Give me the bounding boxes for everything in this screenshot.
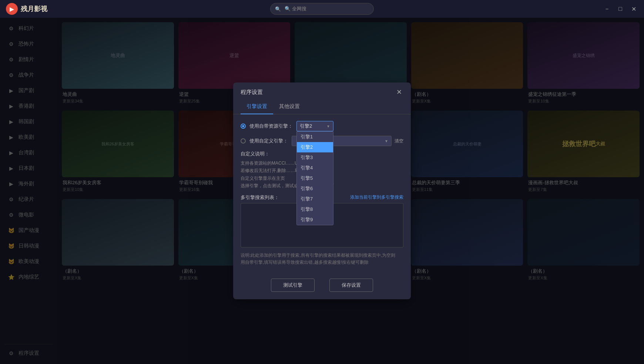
engine-dropdown-list: 引擎1 引擎2 引擎3 引擎4 引擎5 引擎6 引擎7 引擎8 引擎9 bbox=[296, 131, 333, 225]
dropdown-item-engine5[interactable]: 引擎5 bbox=[297, 173, 333, 183]
modal-overlay: 程序设置 ✕ 引擎设置 其他设置 使用自带资源引擎： 引擎2 ▼ 引擎1 bbox=[0, 18, 644, 364]
dropdown-item-engine3[interactable]: 引擎3 bbox=[297, 152, 333, 163]
multi-desc-line-2: 用自带引擎,填写错误将导致搜索出错,越多搜索越慢!按右键可删除 bbox=[241, 259, 403, 266]
settings-dialog: 程序设置 ✕ 引擎设置 其他设置 使用自带资源引擎： 引擎2 ▼ 引擎1 bbox=[233, 82, 411, 299]
dialog-close-button[interactable]: ✕ bbox=[395, 88, 403, 97]
dropdown-item-engine7[interactable]: 引擎7 bbox=[297, 194, 333, 204]
title-bar: ▶ 残月影视 🔍 🔍 全网搜 － □ ✕ bbox=[0, 0, 644, 18]
custom-chevron-icon: ▼ bbox=[385, 139, 388, 143]
dialog-footer: 测试引擎 保存设置 bbox=[233, 273, 411, 299]
maximize-button[interactable]: □ bbox=[616, 4, 625, 13]
dropdown-item-engine4[interactable]: 引擎4 bbox=[297, 163, 333, 173]
search-icon: 🔍 bbox=[275, 6, 281, 12]
dropdown-item-engine8[interactable]: 引擎8 bbox=[297, 204, 333, 215]
dropdown-item-engine6[interactable]: 引擎6 bbox=[297, 183, 333, 194]
dropdown-item-engine1[interactable]: 引擎1 bbox=[297, 132, 333, 142]
test-engine-button[interactable]: 测试引擎 bbox=[271, 279, 315, 292]
multi-engine-add-button[interactable]: 添加当前引擎到多引擎搜索 bbox=[350, 194, 403, 200]
engine-select-wrapper: 引擎2 ▼ 引擎1 引擎2 引擎3 引擎4 引擎5 引擎6 引擎7 引擎8 引擎… bbox=[296, 121, 333, 131]
chevron-down-icon: ▼ bbox=[326, 124, 330, 128]
logo-icon: ▶ bbox=[6, 3, 18, 15]
multi-engine-desc: 说明:此处添加的引擎用于搜索,所有引擎的搜索结果都被展现到搜索页中,为空则 用自… bbox=[241, 252, 403, 266]
tab-other[interactable]: 其他设置 bbox=[273, 101, 306, 114]
dropdown-item-engine9[interactable]: 引擎9 bbox=[297, 215, 333, 225]
engine-selected-value: 引擎2 bbox=[300, 123, 312, 129]
search-bar[interactable]: 🔍 🔍 全网搜 bbox=[270, 3, 374, 15]
dialog-tabs: 引擎设置 其他设置 bbox=[233, 97, 411, 114]
app-logo: ▶ 残月影视 bbox=[6, 3, 47, 15]
dialog-header: 程序设置 ✕ bbox=[233, 82, 411, 97]
close-button[interactable]: ✕ bbox=[629, 4, 638, 13]
multi-desc-line-1: 说明:此处添加的引擎用于搜索,所有引擎的搜索结果都被展现到搜索页中,为空则 bbox=[241, 252, 403, 259]
clear-button[interactable]: 清空 bbox=[395, 138, 403, 144]
minimize-button[interactable]: － bbox=[603, 4, 611, 13]
multi-engine-label: 多引擎搜索列表： bbox=[241, 194, 279, 201]
app-title: 残月影视 bbox=[21, 4, 47, 13]
dialog-title: 程序设置 bbox=[241, 89, 263, 96]
builtin-engine-radio[interactable] bbox=[241, 124, 246, 129]
custom-engine-label: 使用自定义引擎： bbox=[249, 138, 288, 144]
custom-engine-radio[interactable] bbox=[241, 138, 246, 144]
engine-select[interactable]: 引擎2 ▼ bbox=[296, 121, 333, 131]
window-controls: － □ ✕ bbox=[603, 4, 638, 13]
save-settings-button[interactable]: 保存设置 bbox=[329, 279, 373, 292]
builtin-engine-row: 使用自带资源引擎： 引擎2 ▼ 引擎1 引擎2 引擎3 引擎4 引擎5 引擎6 bbox=[241, 121, 403, 131]
dropdown-item-engine2[interactable]: 引擎2 bbox=[297, 142, 333, 152]
builtin-engine-label: 使用自带资源引擎： bbox=[249, 123, 293, 129]
dialog-body: 使用自带资源引擎： 引擎2 ▼ 引擎1 引擎2 引擎3 引擎4 引擎5 引擎6 bbox=[233, 114, 411, 273]
tab-engine[interactable]: 引擎设置 bbox=[241, 101, 273, 114]
search-placeholder: 🔍 全网搜 bbox=[285, 6, 306, 12]
